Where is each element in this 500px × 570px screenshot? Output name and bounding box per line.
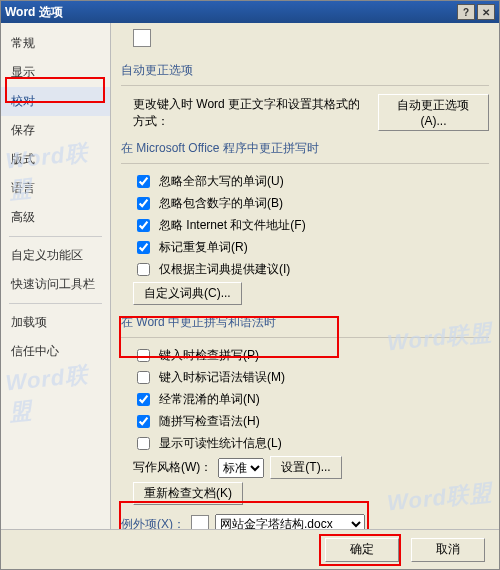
help-button[interactable]: ? xyxy=(457,4,475,20)
lbl-main-dict-only: 仅根据主词典提供建议(I) xyxy=(159,261,290,278)
lbl-grammar-with-spell: 随拼写检查语法(H) xyxy=(159,413,260,430)
chk-flag-repeat[interactable] xyxy=(137,241,150,254)
writing-style-select[interactable]: 标准 xyxy=(218,458,264,478)
chk-grammar-with-spell[interactable] xyxy=(137,415,150,428)
settings-button[interactable]: 设置(T)... xyxy=(270,456,341,479)
chk-ignore-uppercase[interactable] xyxy=(137,175,150,188)
recheck-document-button[interactable]: 重新检查文档(K) xyxy=(133,482,243,505)
lbl-mark-grammar-typing: 键入时标记语法错误(M) xyxy=(159,369,285,386)
sidebar-item-customize-ribbon[interactable]: 自定义功能区 xyxy=(1,241,110,270)
sidebar-item-save[interactable]: 保存 xyxy=(1,116,110,145)
close-button[interactable]: ✕ xyxy=(477,4,495,20)
chk-confused-words[interactable] xyxy=(137,393,150,406)
sidebar: 常规 显示 校对 保存 版式 语言 高级 自定义功能区 快速访问工具栏 加载项 … xyxy=(1,23,111,529)
cancel-button[interactable]: 取消 xyxy=(411,538,485,562)
group-autocorrect: 自动更正选项 xyxy=(121,56,489,86)
custom-dictionaries-button[interactable]: 自定义词典(C)... xyxy=(133,282,242,305)
sidebar-item-language[interactable]: 语言 xyxy=(1,174,110,203)
lbl-check-spelling-typing: 键入时检查拼写(P) xyxy=(159,347,259,364)
watermark: Word联盟 xyxy=(4,358,113,428)
group-word-spell: 在 Word 中更正拼写和语法时 xyxy=(121,308,489,338)
window-title: Word 选项 xyxy=(5,4,455,21)
sidebar-item-trust[interactable]: 信任中心 xyxy=(1,337,110,366)
sidebar-item-general[interactable]: 常规 xyxy=(1,29,110,58)
lbl-ignore-uppercase: 忽略全部大写的单词(U) xyxy=(159,173,284,190)
writing-style-label: 写作风格(W)： xyxy=(133,459,212,476)
autocorrect-desc: 更改键入时 Word 更正文字和设置其格式的方式： xyxy=(133,96,372,130)
sidebar-item-qat[interactable]: 快速访问工具栏 xyxy=(1,270,110,299)
exceptions-doc-select[interactable]: 网站金字塔结构.docx xyxy=(215,514,365,529)
sidebar-item-advanced[interactable]: 高级 xyxy=(1,203,110,232)
group-office-spell: 在 Microsoft Office 程序中更正拼写时 xyxy=(121,134,489,164)
chk-main-dict-only[interactable] xyxy=(137,263,150,276)
sidebar-item-layout[interactable]: 版式 xyxy=(1,145,110,174)
titlebar: Word 选项 ? ✕ xyxy=(1,1,499,23)
exceptions-label: 例外项(X)： xyxy=(121,516,185,530)
chk-check-spelling-typing[interactable] xyxy=(137,349,150,362)
sidebar-item-display[interactable]: 显示 xyxy=(1,58,110,87)
sidebar-item-proofing[interactable]: 校对 xyxy=(1,87,110,116)
lbl-flag-repeat: 标记重复单词(R) xyxy=(159,239,248,256)
abc-icon xyxy=(133,29,151,47)
chk-mark-grammar-typing[interactable] xyxy=(137,371,150,384)
chk-ignore-urls[interactable] xyxy=(137,219,150,232)
options-dialog: Word 选项 ? ✕ 常规 显示 校对 保存 版式 语言 高级 自定义功能区 … xyxy=(0,0,500,570)
lbl-ignore-urls: 忽略 Internet 和文件地址(F) xyxy=(159,217,306,234)
dialog-footer: 确定 取消 xyxy=(1,529,499,569)
lbl-ignore-numbers: 忽略包含数字的单词(B) xyxy=(159,195,283,212)
chk-readability-stats[interactable] xyxy=(137,437,150,450)
autocorrect-options-button[interactable]: 自动更正选项(A)... xyxy=(378,94,489,131)
lbl-readability-stats: 显示可读性统计信息(L) xyxy=(159,435,282,452)
main-panel: 自动更正选项 更改键入时 Word 更正文字和设置其格式的方式： 自动更正选项(… xyxy=(111,23,499,529)
chk-ignore-numbers[interactable] xyxy=(137,197,150,210)
sidebar-item-addins[interactable]: 加载项 xyxy=(1,308,110,337)
ok-button[interactable]: 确定 xyxy=(325,538,399,562)
document-icon xyxy=(191,515,209,529)
lbl-confused-words: 经常混淆的单词(N) xyxy=(159,391,260,408)
group-exceptions: 例外项(X)： 网站金字塔结构.docx xyxy=(121,508,489,529)
